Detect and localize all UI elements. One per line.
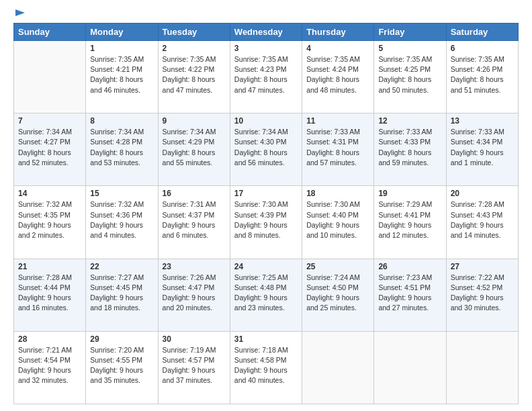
sunrise-text: Sunrise: 7:34 AM — [90, 128, 144, 136]
sunset-text: Sunset: 4:43 PM — [451, 211, 503, 219]
sunrise-text: Sunrise: 7:28 AM — [18, 273, 72, 281]
day-info: Sunrise: 7:25 AMSunset: 4:48 PMDaylight:… — [234, 273, 298, 314]
calendar-cell: 26Sunrise: 7:23 AMSunset: 4:51 PMDayligh… — [374, 259, 446, 331]
sunset-text: Sunset: 4:39 PM — [234, 211, 287, 219]
sunrise-text: Sunrise: 7:31 AM — [163, 200, 216, 208]
sunrise-text: Sunrise: 7:26 AM — [163, 273, 216, 281]
sunset-text: Sunset: 4:50 PM — [306, 283, 359, 291]
sunset-text: Sunset: 4:52 PM — [451, 283, 503, 291]
sunset-text: Sunset: 4:30 PM — [234, 138, 287, 146]
calendar-cell: 4Sunrise: 7:35 AMSunset: 4:24 PMDaylight… — [302, 41, 374, 113]
sunset-text: Sunset: 4:45 PM — [90, 283, 142, 291]
calendar-cell: 20Sunrise: 7:28 AMSunset: 4:43 PMDayligh… — [446, 186, 518, 259]
sunset-text: Sunset: 4:36 PM — [90, 211, 142, 219]
calendar-body: 1Sunrise: 7:35 AMSunset: 4:21 PMDaylight… — [14, 41, 519, 404]
calendar-cell: 17Sunrise: 7:30 AMSunset: 4:39 PMDayligh… — [230, 186, 302, 259]
calendar-cell: 7Sunrise: 7:34 AMSunset: 4:27 PMDaylight… — [14, 113, 86, 186]
daylight-text: Daylight: 9 hours and 23 minutes. — [234, 293, 287, 312]
daylight-text: Daylight: 8 hours and 56 minutes. — [234, 148, 287, 167]
logo — [13, 11, 26, 17]
calendar-cell: 11Sunrise: 7:33 AMSunset: 4:31 PMDayligh… — [302, 113, 374, 186]
calendar-cell — [302, 331, 374, 404]
sunrise-text: Sunrise: 7:35 AM — [451, 55, 504, 63]
sunrise-text: Sunrise: 7:19 AM — [163, 346, 216, 354]
day-info: Sunrise: 7:35 AMSunset: 4:26 PMDaylight:… — [451, 54, 514, 95]
sunset-text: Sunset: 4:55 PM — [90, 356, 142, 364]
day-info: Sunrise: 7:18 AMSunset: 4:58 PMDaylight:… — [234, 345, 298, 386]
day-number: 13 — [451, 116, 514, 126]
calendar-cell: 25Sunrise: 7:24 AMSunset: 4:50 PMDayligh… — [302, 259, 374, 331]
day-number: 8 — [90, 116, 153, 126]
calendar-cell: 2Sunrise: 7:35 AMSunset: 4:22 PMDaylight… — [158, 41, 230, 113]
day-info: Sunrise: 7:35 AMSunset: 4:23 PMDaylight:… — [234, 54, 298, 95]
sunrise-text: Sunrise: 7:23 AM — [378, 273, 432, 281]
calendar-cell: 6Sunrise: 7:35 AMSunset: 4:26 PMDaylight… — [446, 41, 518, 113]
sunrise-text: Sunrise: 7:33 AM — [378, 128, 432, 136]
sunset-text: Sunset: 4:24 PM — [306, 65, 359, 73]
day-info: Sunrise: 7:27 AMSunset: 4:45 PMDaylight:… — [90, 273, 153, 314]
day-number: 25 — [306, 262, 369, 271]
calendar-week-1: 1Sunrise: 7:35 AMSunset: 4:21 PMDaylight… — [14, 41, 519, 113]
day-number: 30 — [163, 334, 226, 344]
sunset-text: Sunset: 4:57 PM — [163, 356, 215, 364]
day-number: 15 — [90, 189, 153, 198]
day-info: Sunrise: 7:31 AMSunset: 4:37 PMDaylight:… — [163, 199, 226, 240]
sunrise-text: Sunrise: 7:35 AM — [378, 55, 432, 63]
calendar-cell: 24Sunrise: 7:25 AMSunset: 4:48 PMDayligh… — [230, 259, 302, 331]
calendar-cell — [374, 331, 446, 404]
day-info: Sunrise: 7:35 AMSunset: 4:21 PMDaylight:… — [90, 54, 153, 95]
sunrise-text: Sunrise: 7:22 AM — [451, 273, 504, 281]
daylight-text: Daylight: 8 hours and 52 minutes. — [18, 148, 71, 167]
day-number: 2 — [163, 44, 226, 53]
day-info: Sunrise: 7:28 AMSunset: 4:44 PMDaylight:… — [18, 273, 81, 314]
sunrise-text: Sunrise: 7:35 AM — [306, 55, 360, 63]
daylight-text: Daylight: 8 hours and 59 minutes. — [378, 148, 431, 167]
day-info: Sunrise: 7:35 AMSunset: 4:25 PMDaylight:… — [378, 54, 441, 95]
daylight-text: Daylight: 9 hours and 1 minute. — [451, 148, 504, 167]
day-info: Sunrise: 7:30 AMSunset: 4:39 PMDaylight:… — [234, 199, 298, 240]
calendar-cell: 5Sunrise: 7:35 AMSunset: 4:25 PMDaylight… — [374, 41, 446, 113]
day-info: Sunrise: 7:33 AMSunset: 4:31 PMDaylight:… — [306, 127, 369, 168]
daylight-text: Daylight: 8 hours and 47 minutes. — [163, 75, 216, 93]
sunrise-text: Sunrise: 7:32 AM — [18, 200, 72, 208]
daylight-text: Daylight: 8 hours and 46 minutes. — [90, 75, 143, 93]
day-info: Sunrise: 7:32 AMSunset: 4:35 PMDaylight:… — [18, 199, 81, 240]
sunrise-text: Sunrise: 7:32 AM — [90, 200, 144, 208]
day-number: 3 — [234, 44, 298, 53]
sunset-text: Sunset: 4:22 PM — [163, 65, 215, 73]
day-number: 29 — [90, 334, 153, 344]
daylight-text: Daylight: 9 hours and 20 minutes. — [163, 293, 216, 312]
daylight-text: Daylight: 8 hours and 48 minutes. — [306, 75, 359, 93]
daylight-text: Daylight: 9 hours and 14 minutes. — [451, 221, 504, 239]
sunrise-text: Sunrise: 7:30 AM — [306, 200, 360, 208]
day-number: 14 — [18, 189, 81, 198]
day-number: 11 — [306, 116, 369, 126]
sunrise-text: Sunrise: 7:34 AM — [163, 128, 216, 136]
day-number: 19 — [378, 189, 441, 198]
sunrise-text: Sunrise: 7:27 AM — [90, 273, 144, 281]
sunrise-text: Sunrise: 7:35 AM — [234, 55, 288, 63]
sunset-text: Sunset: 4:41 PM — [378, 211, 431, 219]
daylight-text: Daylight: 9 hours and 30 minutes. — [451, 293, 504, 312]
day-info: Sunrise: 7:28 AMSunset: 4:43 PMDaylight:… — [451, 199, 514, 240]
calendar-week-5: 28Sunrise: 7:21 AMSunset: 4:54 PMDayligh… — [14, 331, 519, 404]
daylight-text: Daylight: 9 hours and 18 minutes. — [90, 293, 143, 312]
sunrise-text: Sunrise: 7:25 AM — [234, 273, 288, 281]
calendar-cell: 14Sunrise: 7:32 AMSunset: 4:35 PMDayligh… — [14, 186, 86, 259]
daylight-text: Daylight: 9 hours and 40 minutes. — [234, 366, 287, 384]
day-info: Sunrise: 7:29 AMSunset: 4:41 PMDaylight:… — [378, 199, 441, 240]
daylight-text: Daylight: 9 hours and 16 minutes. — [18, 293, 71, 312]
day-number: 4 — [306, 44, 369, 53]
daylight-text: Daylight: 8 hours and 50 minutes. — [378, 75, 431, 93]
day-info: Sunrise: 7:32 AMSunset: 4:36 PMDaylight:… — [90, 199, 153, 240]
sunrise-text: Sunrise: 7:35 AM — [90, 55, 144, 63]
calendar-cell: 19Sunrise: 7:29 AMSunset: 4:41 PMDayligh… — [374, 186, 446, 259]
day-info: Sunrise: 7:34 AMSunset: 4:30 PMDaylight:… — [234, 127, 298, 168]
svg-marker-0 — [15, 9, 25, 16]
daylight-text: Daylight: 9 hours and 2 minutes. — [18, 221, 71, 239]
daylight-text: Daylight: 9 hours and 6 minutes. — [163, 221, 216, 239]
page: SundayMondayTuesdayWednesdayThursdayFrid… — [0, 0, 532, 411]
day-number: 23 — [163, 262, 226, 271]
sunset-text: Sunset: 4:44 PM — [18, 283, 71, 291]
daylight-text: Daylight: 9 hours and 27 minutes. — [378, 293, 431, 312]
